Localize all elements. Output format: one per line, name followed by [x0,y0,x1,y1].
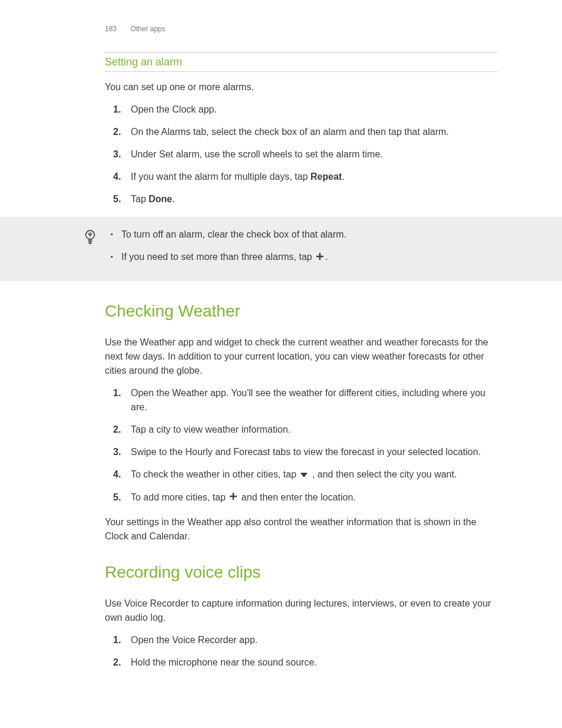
subheading-container: Setting an alarm [105,52,497,72]
tip-content: To turn off an alarm, clear the check bo… [105,228,551,273]
text-fragment: and then enter the location. [239,492,355,502]
list-item: Open the Weather app. You'll see the wea… [105,386,497,414]
list-item: Swipe to the Hourly and Forecast tabs to… [105,445,497,459]
tip-box: To turn off an alarm, clear the check bo… [0,217,562,281]
alarm-subheading: Setting an alarm [105,52,497,71]
alarm-steps-list: Open the Clock app. On the Alarms tab, s… [105,103,497,206]
voice-intro: Use Voice Recorder to capture informatio… [105,597,497,625]
text-fragment: , and then select the city you want. [309,469,457,479]
list-item: If you want the alarm for multiple days,… [105,170,497,184]
page-header: 183 Other apps [105,24,497,34]
weather-outro: Your settings in the Weather app also co… [105,515,497,543]
voice-steps-list: Open the Voice Recorder app. Hold the mi… [105,633,497,670]
weather-steps-list: Open the Weather app. You'll see the wea… [105,386,497,505]
svg-rect-5 [88,241,92,242]
text-fragment: . [342,172,344,182]
list-item: To turn off an alarm, clear the check bo… [105,228,492,242]
weather-heading: Checking Weather [105,299,497,324]
tip-icon-column [0,228,105,273]
text-fragment: If you want the alarm for multiple days,… [131,172,310,182]
weather-intro: Use the Weather app and widget to check … [105,335,497,378]
page-number: 183 [105,25,117,33]
plus-icon [229,490,237,505]
lightbulb-icon [84,229,97,273]
svg-marker-9 [300,473,308,477]
list-item: Under Set alarm, use the scroll wheels t… [105,147,497,162]
repeat-label: Repeat [310,172,342,182]
svg-rect-6 [89,243,92,244]
text-fragment: If you need to set more than three alarm… [121,252,315,262]
text-fragment: To check the weather in other cities, ta… [131,469,299,479]
list-item: Open the Clock app. [105,103,497,117]
plus-icon [316,251,324,265]
list-item: To check the weather in other cities, ta… [105,467,497,482]
list-item: Hold the microphone near the sound sourc… [105,655,497,670]
svg-rect-4 [88,240,92,241]
dropdown-triangle-icon [300,468,308,482]
list-item: Tap Done. [105,192,497,206]
voice-heading: Recording voice clips [105,560,497,585]
list-item: Open the Voice Recorder app. [105,633,497,647]
text-fragment: Tap [131,194,148,204]
text-fragment: To add more cities, tap [131,492,228,502]
text-fragment: . [325,252,328,262]
section-name: Other apps [130,25,165,33]
list-item: Tap a city to view weather information. [105,423,497,437]
list-item: To add more cities, tap and then enter t… [105,490,497,505]
text-fragment: . [172,194,174,204]
list-item: On the Alarms tab, select the check box … [105,125,497,139]
done-label: Done [148,194,172,204]
tip-list: To turn off an alarm, clear the check bo… [105,228,492,265]
alarm-intro: You can set up one or more alarms. [105,80,497,94]
list-item: If you need to set more than three alarm… [105,250,492,265]
